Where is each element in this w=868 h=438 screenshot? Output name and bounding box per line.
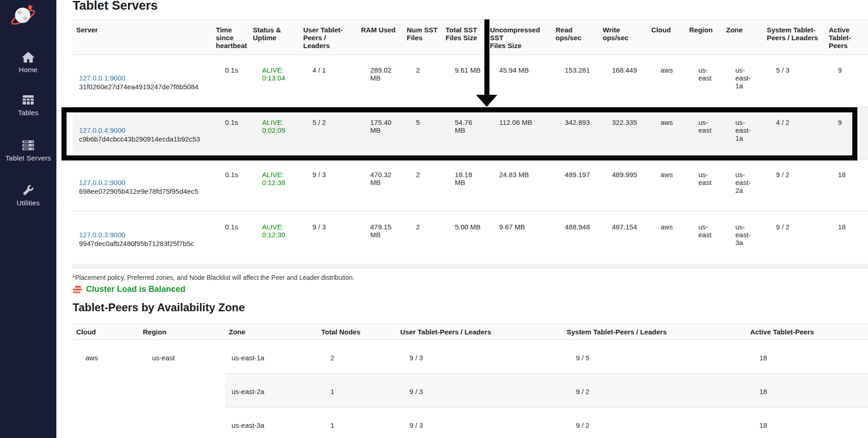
zone-cell: us-east-3a <box>225 407 318 438</box>
yugabytedb-logo-icon[interactable] <box>10 2 36 28</box>
column-header-zone: Zone <box>225 324 318 340</box>
heartbeat-cell: 0.1s <box>212 107 249 160</box>
uncompressed-sst-cell: 9.67 MB <box>486 212 552 264</box>
region-cell: us-east <box>139 340 225 438</box>
user-peers-cell: 9 / 3 <box>300 212 357 264</box>
zone-cell: us- east- 1a <box>722 55 763 107</box>
read-ops-cell: 489.197 <box>552 160 599 212</box>
cloud-cell: aws <box>648 55 685 107</box>
cloud-cell: aws <box>648 160 685 212</box>
column-header-cloud: Cloud <box>648 20 685 55</box>
total-sst-cell: 18.18 MB <box>442 160 486 212</box>
horizontal-scrollbar[interactable] <box>73 264 868 268</box>
region-cell: us- east <box>685 55 722 107</box>
user-peers-cell: 4 / 1 <box>300 55 357 107</box>
active-peers-cell: 18 <box>746 407 868 438</box>
server-link[interactable]: 127.0.0.1:9000 <box>79 74 125 82</box>
column-header-region: Region <box>685 20 722 55</box>
sidebar-item-utilities[interactable]: Utilities <box>0 183 56 207</box>
status-cell: ALIVE: 0:12:38 <box>249 160 300 212</box>
system-peers-cell: 9 / 2 <box>563 374 746 407</box>
column-header-system-peers: System Tablet- Peers / Leaders <box>763 20 825 55</box>
column-header-status: Status & Uptime <box>249 20 300 55</box>
system-peers-cell: 9 / 2 <box>763 212 825 264</box>
active-peers-cell: 18 <box>746 340 868 374</box>
table-row: 127.0.0.1:9000 31f0260e27d74ea4919247de7… <box>73 55 868 107</box>
server-cell: 127.0.0.1:9000 31f0260e27d74ea4919247de7… <box>73 55 212 107</box>
column-header-uncompressed-sst: Uncompressed SST Files Size <box>486 20 552 55</box>
system-peers-cell: 9 / 5 <box>563 340 746 374</box>
column-header-write-ops: Write ops/sec <box>599 20 648 55</box>
column-header-system-peers: System Tablet-Peers / Leaders <box>563 324 746 340</box>
num-sst-cell: 5 <box>403 107 442 160</box>
sidebar-item-label: Utilities <box>0 199 56 207</box>
active-peers-cell: 18 <box>825 160 868 212</box>
tablet-peers-by-zone-table: Cloud Region Zone Total Nodes User Table… <box>73 324 868 438</box>
user-peers-cell: 9 / 3 <box>397 374 563 407</box>
tablet-servers-icon <box>21 138 36 153</box>
write-ops-cell: 487.154 <box>599 212 648 264</box>
sidebar-item-label: Tablet Servers <box>0 154 56 162</box>
write-ops-cell: 489.995 <box>599 160 648 212</box>
user-peers-cell: 9 / 3 <box>397 407 563 438</box>
server-uuid: 31f0260e27d74ea4919247de7f8b5084 <box>79 83 208 91</box>
read-ops-cell: 342.893 <box>552 107 599 160</box>
annotation-arrow <box>484 19 489 95</box>
column-header-total-nodes: Total Nodes <box>318 324 397 340</box>
total-nodes-cell: 2 <box>318 340 397 374</box>
table-header-row: Cloud Region Zone Total Nodes User Table… <box>73 324 868 340</box>
section-title-tablet-peers-by-az: Tablet-Peers by Availability Zone <box>73 301 245 314</box>
server-uuid: 698ee072905b412e9e78fd75f95d4ec5 <box>79 187 208 195</box>
total-sst-cell: 54.76 MB <box>442 107 486 160</box>
sidebar: Home Tables <box>0 0 56 438</box>
system-peers-cell: 4 / 2 <box>763 107 825 160</box>
sidebar-item-label: Home <box>0 66 56 74</box>
total-sst-cell: 5.00 MB <box>442 212 486 264</box>
num-sst-cell: 2 <box>403 212 442 264</box>
table-row: 127.0.0.2:9000 698ee072905b412e9e78fd75f… <box>73 160 868 212</box>
ram-cell: 479.15 MB <box>357 212 403 264</box>
column-header-zone: Zone <box>722 20 763 55</box>
column-header-read-ops: Read ops/sec <box>552 20 599 55</box>
column-header-region: Region <box>139 324 225 340</box>
sidebar-item-tablet-servers[interactable]: Tablet Servers <box>0 138 56 162</box>
zone-cell: us- east- 2a <box>722 160 763 212</box>
server-link[interactable]: 127.0.0.4:9000 <box>79 126 125 134</box>
sidebar-item-home[interactable]: Home <box>0 50 56 74</box>
sidebar-item-tables[interactable]: Tables <box>0 93 56 117</box>
system-peers-cell: 9 / 2 <box>763 160 825 212</box>
column-header-active-peers: Active Tablet- Peers <box>825 20 868 55</box>
column-header-user-peers: User Tablet- Peers / Leaders <box>300 20 357 55</box>
server-link[interactable]: 127.0.0.3:9000 <box>79 231 125 239</box>
column-header-total-sst: Total SST Files Size <box>442 20 486 55</box>
column-header-num-sst: Num SST Files <box>403 20 442 55</box>
user-peers-cell: 9 / 3 <box>300 160 357 212</box>
tables-icon <box>21 93 36 108</box>
server-cell: 127.0.0.3:9000 9947dec0afb2480f95b71283f… <box>73 212 212 264</box>
heartbeat-cell: 0.1s <box>212 212 249 264</box>
ram-cell: 175.40 MB <box>357 107 403 160</box>
column-header-cloud: Cloud <box>73 324 139 340</box>
status-cell: ALIVE: 0:13:04 <box>249 55 300 107</box>
tablet-servers-table: Server Time since heartbeat Status & Upt… <box>73 19 868 264</box>
ram-cell: 289.02 MB <box>357 55 403 107</box>
active-peers-cell: 18 <box>746 374 868 407</box>
num-sst-cell: 2 <box>403 160 442 212</box>
cluster-load-text: Cluster Load is Balanced <box>86 284 185 294</box>
column-header-user-peers: User Tablet-Peers / Leaders <box>397 324 563 340</box>
home-icon <box>21 50 36 65</box>
read-ops-cell: 488.948 <box>552 212 599 264</box>
cloud-cell: aws <box>648 107 685 160</box>
num-sst-cell: 2 <box>403 55 442 107</box>
total-nodes-cell: 1 <box>318 374 397 407</box>
uncompressed-sst-cell: 24.83 MB <box>486 160 552 212</box>
server-link[interactable]: 127.0.0.2:9000 <box>79 179 125 186</box>
heartbeat-cell: 0.1s <box>212 160 249 212</box>
zone-cell: us- east- 1a <box>722 107 763 160</box>
zone-cell: us- east- 3a <box>722 212 763 264</box>
table-row-highlighted: 127.0.0.4:9000 c9b6b7d4cbcc43b290914ecda… <box>73 107 868 160</box>
user-peers-cell: 9 / 3 <box>397 340 563 374</box>
region-cell: us- east <box>685 212 722 264</box>
table-row: aws us-east us-east-1a 2 9 / 3 9 / 5 18 <box>73 340 868 374</box>
column-header-ram: RAM Used <box>357 20 403 55</box>
